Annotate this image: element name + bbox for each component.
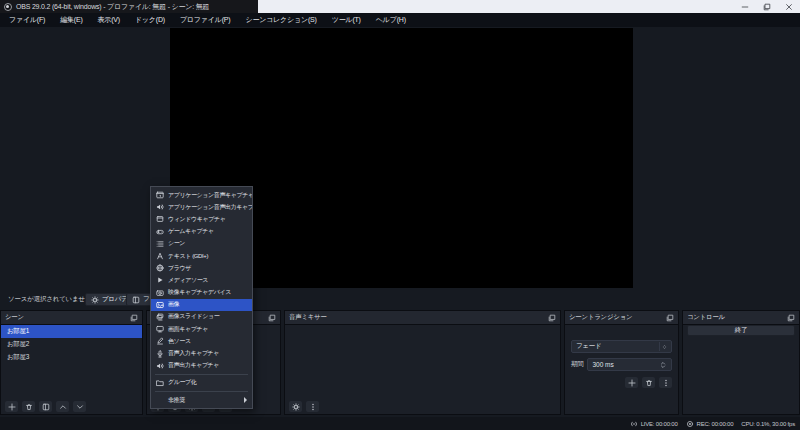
- audio-mixer-panel-header: 音声ミキサー: [285, 311, 560, 325]
- context-menu-item[interactable]: 非推奨: [151, 394, 252, 406]
- menubar-item[interactable]: ヘルプ(H): [376, 15, 406, 25]
- trash-icon[interactable]: [642, 377, 655, 388]
- context-menu-item[interactable]: テキスト (GDI+): [151, 250, 252, 262]
- duration-row: 期間 300 ms: [571, 358, 672, 371]
- context-menu-item[interactable]: 画面キャプチャ: [151, 323, 252, 335]
- app-audio-output-capture-icon: [156, 203, 164, 211]
- popout-icon[interactable]: [267, 313, 276, 322]
- obs-logo-icon: [4, 3, 12, 11]
- chevron-up-icon[interactable]: [56, 401, 69, 412]
- menu-item-label: テキスト (GDI+): [168, 252, 208, 261]
- record-icon: [686, 420, 694, 428]
- audio-input-capture-icon: [156, 350, 164, 358]
- spinner-arrows-icon[interactable]: [659, 360, 667, 369]
- duration-value: 300 ms: [592, 361, 613, 368]
- menu-item-icon: [156, 396, 164, 404]
- menubar-item[interactable]: ドック(D): [135, 15, 165, 25]
- scene-list-item[interactable]: お部屋2: [1, 338, 142, 351]
- restore-icon[interactable]: [762, 2, 772, 12]
- live-status-label: LIVE: 00:00:00: [641, 421, 678, 427]
- media-source-icon: [156, 276, 164, 284]
- browser-icon: [156, 264, 164, 272]
- menu-item-label: 色ソース: [168, 337, 191, 346]
- menu-item-label: 音声入力キャプチャ: [168, 349, 219, 358]
- scenes-toolbar: [5, 401, 86, 412]
- controls-panel: コントロール 配信開始 録画開始 仮想カメラ開始 スタジオモード: [682, 310, 800, 415]
- menubar-item[interactable]: シーンコレクション(S): [245, 15, 316, 25]
- window-title: OBS 29.0.2 (64-bit, windows) - プロファイル: 無…: [16, 2, 209, 12]
- context-menu-item[interactable]: グループ化: [151, 377, 252, 389]
- window-capture-icon: [156, 215, 164, 223]
- scene-list-item[interactable]: お部屋3: [1, 351, 142, 364]
- control-button[interactable]: 終了: [687, 325, 795, 336]
- context-menu-item[interactable]: ウィンドウキャプチャ: [151, 213, 252, 225]
- popout-icon[interactable]: [786, 313, 795, 322]
- duration-label: 期間: [571, 360, 583, 369]
- context-menu-item[interactable]: 画像: [151, 299, 252, 311]
- menubar-item[interactable]: 表示(V): [98, 15, 120, 25]
- menu-item-label: アプリケーション音声出力キャプチャ: [168, 203, 252, 212]
- rec-status: REC: 00:00:00: [686, 420, 734, 428]
- scene-icon: [156, 240, 164, 248]
- window-controls: [740, 0, 794, 13]
- menubar-item[interactable]: プロファイル(P): [180, 15, 231, 25]
- broadcast-icon: [630, 420, 638, 428]
- duration-spinbox[interactable]: 300 ms: [587, 358, 672, 371]
- audio-mixer-panel-title: 音声ミキサー: [289, 313, 327, 322]
- trash-icon[interactable]: [22, 401, 35, 412]
- context-menu-item[interactable]: 画像スライドショー: [151, 311, 252, 323]
- transitions-toolbar: [625, 377, 672, 388]
- context-menu-item[interactable]: ブラウザ: [151, 262, 252, 274]
- scene-list-item[interactable]: お部屋1: [1, 325, 142, 338]
- context-menu-item[interactable]: シーン: [151, 238, 252, 250]
- scene-transitions-panel: シーントランジション フェード 期間 300 ms: [564, 310, 679, 415]
- menu-item-label: ゲームキャプチャ: [168, 227, 214, 236]
- control-button-row: 終了: [687, 325, 795, 336]
- context-menu-item[interactable]: 音声入力キャプチャ: [151, 347, 252, 359]
- menubar-item[interactable]: ツール(T): [332, 15, 361, 25]
- kebab-icon[interactable]: [306, 401, 319, 412]
- menu-item-label: アプリケーション音声キャプチャ (ベータ版): [168, 191, 252, 200]
- menu-item-label: グループ化: [168, 378, 196, 387]
- video-capture-device-icon: [156, 289, 164, 297]
- image-icon: [156, 301, 164, 309]
- chevron-down-icon[interactable]: [73, 401, 86, 412]
- context-menu-item[interactable]: ゲームキャプチャ: [151, 226, 252, 238]
- menu-item-label: 音声出力キャプチャ: [168, 361, 219, 370]
- audio-mixer-panel: 音声ミキサー: [284, 310, 561, 415]
- kebab-icon[interactable]: [659, 377, 672, 388]
- rec-status-label: REC: 00:00:00: [697, 421, 734, 427]
- close-icon[interactable]: [784, 2, 794, 12]
- statusbar: LIVE: 00:00:00 REC: 00:00:00 CPU: 0.1%, …: [0, 417, 800, 430]
- menubar-item[interactable]: 編集(E): [60, 15, 82, 25]
- audio-mixer-panel-body: [285, 325, 560, 414]
- game-capture-icon: [156, 228, 164, 236]
- transition-select[interactable]: フェード: [571, 340, 672, 353]
- context-menu-item[interactable]: メディアソース: [151, 274, 252, 286]
- context-menu-item[interactable]: 色ソース: [151, 335, 252, 347]
- menubar-item[interactable]: ファイル(F): [9, 15, 45, 25]
- context-menu-item[interactable]: アプリケーション音声キャプチャ (ベータ版): [151, 189, 252, 201]
- context-menu-item[interactable]: アプリケーション音声出力キャプチャ: [151, 201, 252, 213]
- filter-icon: [132, 296, 140, 304]
- image-slideshow-icon: [156, 313, 164, 321]
- audio-mixer-toolbar: [289, 401, 319, 412]
- popout-icon[interactable]: [547, 313, 556, 322]
- minimize-icon[interactable]: [740, 2, 750, 12]
- plus-icon[interactable]: [625, 377, 638, 388]
- context-menu-item[interactable]: 音声出力キャプチャ: [151, 360, 252, 372]
- plus-icon[interactable]: [5, 401, 18, 412]
- popout-icon[interactable]: [665, 313, 674, 322]
- advanced-audio-icon[interactable]: [289, 401, 302, 412]
- context-menu-item[interactable]: 映像キャプチャデバイス: [151, 287, 252, 299]
- group-icon: [156, 379, 164, 387]
- combo-arrows-icon: [659, 342, 667, 351]
- popout-icon[interactable]: [129, 313, 138, 322]
- gear-icon: [91, 296, 99, 304]
- app-audio-capture-icon: [156, 191, 164, 199]
- titlebar: OBS 29.0.2 (64-bit, windows) - プロファイル: 無…: [0, 0, 800, 13]
- scene-transitions-panel-title: シーントランジション: [569, 313, 632, 322]
- menu-item-label: 映像キャプチャデバイス: [168, 288, 231, 297]
- controls-panel-header: コントロール: [683, 311, 799, 325]
- filter-icon[interactable]: [39, 401, 52, 412]
